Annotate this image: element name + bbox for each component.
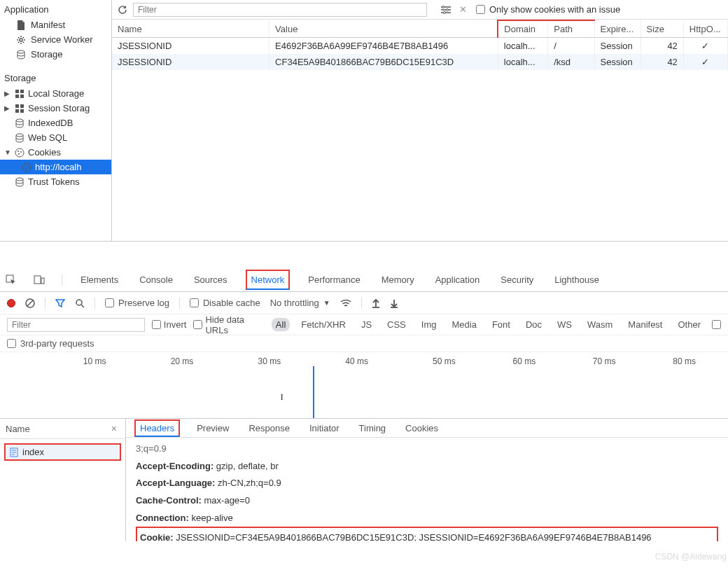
- timeline-cursor[interactable]: [313, 366, 314, 418]
- filter-type-font[interactable]: Font: [488, 318, 514, 331]
- table-row[interactable]: JSESSIONID E4692F36BA6A99EF9746B4E7B8AB1…: [112, 38, 728, 55]
- tab-elements[interactable]: Elements: [78, 270, 121, 290]
- svg-rect-3: [20, 90, 24, 93]
- dtab-cookies[interactable]: Cookies: [402, 420, 441, 436]
- tree-item-session-storage[interactable]: ▶ Session Storag: [0, 101, 111, 116]
- col-domain[interactable]: Domain: [498, 20, 547, 38]
- header-line: Accept-Encoding: gzip, deflate, br: [136, 458, 718, 475]
- refresh-icon[interactable]: [116, 4, 129, 16]
- col-name[interactable]: Name: [112, 20, 270, 38]
- svg-rect-6: [15, 104, 19, 108]
- cell-domain: localh...: [498, 54, 547, 70]
- tree-item-local-storage[interactable]: ▶ Local Storage: [0, 86, 111, 101]
- svg-line-28: [27, 300, 33, 306]
- blocked-cookies-checkbox[interactable]: [712, 320, 721, 329]
- sidebar-item-service-worker[interactable]: Service Worker: [0, 32, 111, 47]
- devtools-tabs: Elements Console Sources Network Perform…: [0, 268, 728, 292]
- tab-performance[interactable]: Performance: [305, 270, 363, 290]
- caret-icon: ▶: [4, 104, 13, 112]
- tab-security[interactable]: Security: [498, 270, 536, 290]
- hide-data-urls-checkbox[interactable]: Hide data URLs: [193, 314, 264, 335]
- request-list: Name × index: [0, 419, 126, 541]
- col-value[interactable]: Value: [270, 20, 498, 38]
- filter-type-all[interactable]: All: [272, 318, 290, 331]
- cell-path: /ksd: [548, 54, 594, 70]
- svg-point-14: [20, 151, 22, 153]
- cookies-filter-input[interactable]: [133, 3, 427, 17]
- cell-httponly: ✓: [683, 54, 727, 70]
- invert-checkbox[interactable]: Invert: [152, 319, 187, 330]
- filter-icon[interactable]: [55, 298, 65, 308]
- wifi-icon[interactable]: [340, 298, 351, 308]
- col-path[interactable]: Path: [548, 20, 594, 38]
- tab-network[interactable]: Network: [246, 270, 290, 290]
- filter-type-other[interactable]: Other: [673, 318, 705, 331]
- search-icon[interactable]: [75, 298, 85, 308]
- filter-type-ws[interactable]: WS: [553, 318, 576, 331]
- only-issues-checkbox[interactable]: Only show cookies with an issue: [476, 4, 620, 15]
- col-expires[interactable]: Expire...: [594, 20, 640, 38]
- svg-point-10: [16, 119, 23, 122]
- svg-point-16: [22, 163, 31, 172]
- inspect-icon[interactable]: [6, 274, 18, 286]
- svg-point-18: [27, 166, 29, 167]
- filter-type-doc[interactable]: Doc: [522, 318, 546, 331]
- filter-type-fetch[interactable]: Fetch/XHR: [297, 318, 350, 331]
- filter-type-manifest[interactable]: Manifest: [624, 318, 666, 331]
- timeline[interactable]: 10 ms 20 ms 30 ms 40 ms 50 ms 60 ms 70 m…: [0, 352, 728, 419]
- sidebar-item-label: Manifest: [31, 20, 65, 30]
- cell-expires: Session: [594, 38, 640, 55]
- dtab-timing[interactable]: Timing: [356, 420, 389, 436]
- filter-type-css[interactable]: CSS: [383, 318, 410, 331]
- header-line-prev: 3;q=0.9: [136, 440, 718, 458]
- tab-memory[interactable]: Memory: [379, 270, 417, 290]
- tree-item-trust-tokens[interactable]: Trust Tokens: [0, 174, 111, 189]
- cell-name: JSESSIONID: [112, 38, 270, 55]
- filter-type-media[interactable]: Media: [447, 318, 480, 331]
- cell-size: 42: [640, 54, 683, 70]
- tree-item-websql[interactable]: Web SQL: [0, 130, 111, 145]
- col-httponly[interactable]: HttpO...: [683, 20, 727, 38]
- table-row[interactable]: JSESSIONID CF34E5A9B401866BAC79B6DC15E91…: [112, 54, 728, 70]
- request-item-index[interactable]: index: [4, 443, 121, 461]
- throttling-select[interactable]: No throttling ▼: [270, 298, 330, 308]
- third-party-row[interactable]: 3rd-party requests: [0, 335, 728, 352]
- filter-type-wasm[interactable]: Wasm: [583, 318, 617, 331]
- dtab-response[interactable]: Response: [246, 420, 293, 436]
- sidebar-item-storage[interactable]: Storage: [0, 47, 111, 62]
- dtab-initiator[interactable]: Initiator: [307, 420, 342, 436]
- text-cursor-icon: I: [280, 391, 283, 403]
- stop-icon[interactable]: [25, 298, 35, 308]
- svg-point-1: [18, 50, 24, 53]
- sidebar-item-manifest[interactable]: Manifest: [0, 18, 111, 32]
- tab-lighthouse[interactable]: Lighthouse: [552, 270, 602, 290]
- svg-point-22: [447, 8, 449, 11]
- tab-application[interactable]: Application: [433, 270, 483, 290]
- dtab-preview[interactable]: Preview: [194, 420, 232, 436]
- filter-settings-icon[interactable]: [440, 4, 452, 16]
- device-icon[interactable]: [34, 274, 46, 286]
- tree-item-cookies[interactable]: ▼ Cookies: [0, 145, 111, 160]
- tab-console[interactable]: Console: [136, 270, 176, 290]
- svg-rect-5: [20, 95, 24, 98]
- watermark: CSDN @Aidewang: [655, 552, 727, 562]
- svg-rect-9: [20, 109, 24, 113]
- col-size[interactable]: Size: [640, 20, 683, 38]
- tab-sources[interactable]: Sources: [191, 270, 230, 290]
- upload-icon[interactable]: [372, 298, 380, 308]
- tree-item-indexeddb[interactable]: IndexedDB: [0, 116, 111, 130]
- dtab-headers[interactable]: Headers: [134, 419, 180, 437]
- record-button[interactable]: [7, 299, 15, 307]
- filter-type-img[interactable]: Img: [417, 318, 441, 331]
- doc-icon: [10, 447, 18, 457]
- close-icon[interactable]: ×: [111, 423, 117, 434]
- network-filter-input[interactable]: [7, 318, 145, 332]
- clear-icon[interactable]: ✕: [456, 4, 469, 16]
- download-icon[interactable]: [390, 298, 398, 308]
- disable-cache-checkbox[interactable]: Disable cache: [190, 298, 260, 308]
- preserve-log-checkbox[interactable]: Preserve log: [105, 298, 169, 308]
- cookie-origin[interactable]: http://localh: [0, 160, 111, 174]
- only-issues-label: Only show cookies with an issue: [489, 4, 620, 15]
- filter-type-js[interactable]: JS: [357, 318, 376, 331]
- storage-heading: Storage: [0, 71, 111, 85]
